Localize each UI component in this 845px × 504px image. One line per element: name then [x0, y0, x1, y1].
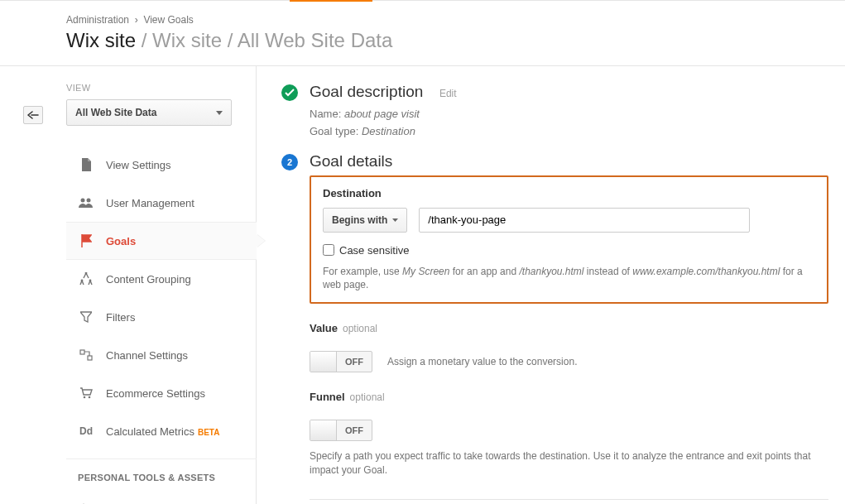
sidebar-item-content-grouping[interactable]: Content Grouping — [66, 260, 257, 298]
destination-box: Destination Begins with Case sensitive — [310, 175, 828, 305]
dd-icon: Dd — [78, 425, 94, 437]
funnel-desc: Specify a path you expect traffic to tak… — [310, 449, 828, 478]
caret-down-icon — [216, 111, 223, 115]
sidebar-item-label: User Management — [106, 197, 194, 209]
destination-label: Destination — [323, 187, 382, 199]
destination-hint: For example, use My Screen for an app an… — [323, 265, 815, 293]
cart-icon — [78, 387, 94, 399]
caret-down-icon — [392, 218, 398, 222]
svg-point-0 — [81, 199, 85, 203]
sidebar-item-label: Goals — [106, 235, 136, 247]
value-desc: Assign a monetary value to the conversio… — [387, 356, 577, 367]
svg-point-1 — [87, 199, 91, 203]
view-selector[interactable]: All Web Site Data — [66, 99, 232, 126]
funnel-toggle[interactable]: OFF — [310, 420, 372, 441]
step2-badge: 2 — [281, 154, 298, 170]
sidebar-item-label: View Settings — [106, 159, 171, 171]
sidebar-item-channel-settings[interactable]: Channel Settings — [66, 336, 257, 374]
users-icon — [78, 198, 94, 208]
sidebar-item-label: Ecommerce Settings — [106, 387, 205, 400]
sidebar-item-calculated-metrics[interactable]: Dd Calculated MetricsBETA — [66, 412, 257, 450]
svg-rect-5 — [80, 350, 84, 354]
breadcrumb-current: View Goals — [143, 14, 193, 26]
sidebar-item-label: Channel Settings — [106, 349, 188, 362]
step-done-icon — [281, 84, 298, 101]
sidebar-item-view-settings[interactable]: View Settings — [66, 146, 257, 184]
document-icon — [78, 158, 94, 171]
svg-point-3 — [81, 280, 84, 282]
edit-link[interactable]: Edit — [439, 88, 457, 99]
flag-icon — [78, 234, 94, 247]
svg-point-8 — [89, 396, 91, 399]
view-label: VIEW — [66, 83, 256, 93]
channel-icon — [78, 349, 94, 361]
breadcrumb-admin[interactable]: Administration — [66, 14, 129, 26]
value-label: Value — [310, 322, 338, 334]
sidebar-item-filters[interactable]: Filters — [66, 298, 257, 336]
funnel-icon — [78, 311, 94, 323]
sidebar-item-segments[interactable] — [66, 489, 257, 504]
value-toggle[interactable]: OFF — [310, 351, 372, 372]
destination-input[interactable] — [419, 208, 750, 233]
sidebar-item-label: Filters — [106, 311, 135, 324]
sidebar-item-goals[interactable]: Goals — [66, 222, 257, 260]
step2-title: Goal details — [310, 152, 392, 170]
svg-point-4 — [89, 280, 92, 282]
breadcrumb: Administration › View Goals — [66, 14, 845, 26]
grouping-icon — [78, 272, 94, 286]
sidebar-item-ecommerce-settings[interactable]: Ecommerce Settings — [66, 374, 257, 412]
sidebar-item-label: Content Grouping — [106, 273, 191, 286]
sidebar-item-user-management[interactable]: User Management — [66, 184, 257, 222]
collapse-sidebar-button[interactable] — [23, 106, 43, 124]
match-type-dropdown[interactable]: Begins with — [323, 208, 407, 233]
step1-title: Goal description — [310, 83, 423, 101]
svg-rect-6 — [88, 356, 92, 360]
sidebar-section-personal: PERSONAL TOOLS & ASSETS — [66, 458, 257, 489]
svg-point-7 — [84, 396, 86, 399]
case-sensitive-checkbox[interactable]: Case sensitive — [323, 244, 410, 257]
page-title: Wix site / Wix site / All Web Site Data — [0, 26, 845, 66]
funnel-label: Funnel — [310, 391, 345, 403]
sidebar-item-label: Calculated MetricsBETA — [106, 425, 219, 438]
